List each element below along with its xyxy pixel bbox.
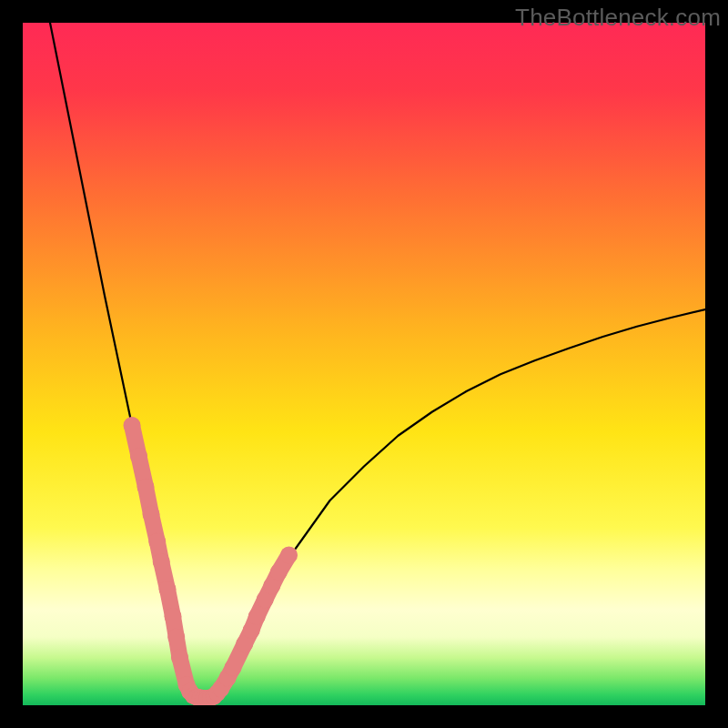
chart-frame: TheBottleneck.com bbox=[0, 0, 728, 728]
bottleneck-chart bbox=[23, 23, 705, 705]
marker-dot bbox=[280, 547, 298, 564]
watermark-text: TheBottleneck.com bbox=[515, 4, 721, 32]
plot-background bbox=[23, 23, 705, 705]
